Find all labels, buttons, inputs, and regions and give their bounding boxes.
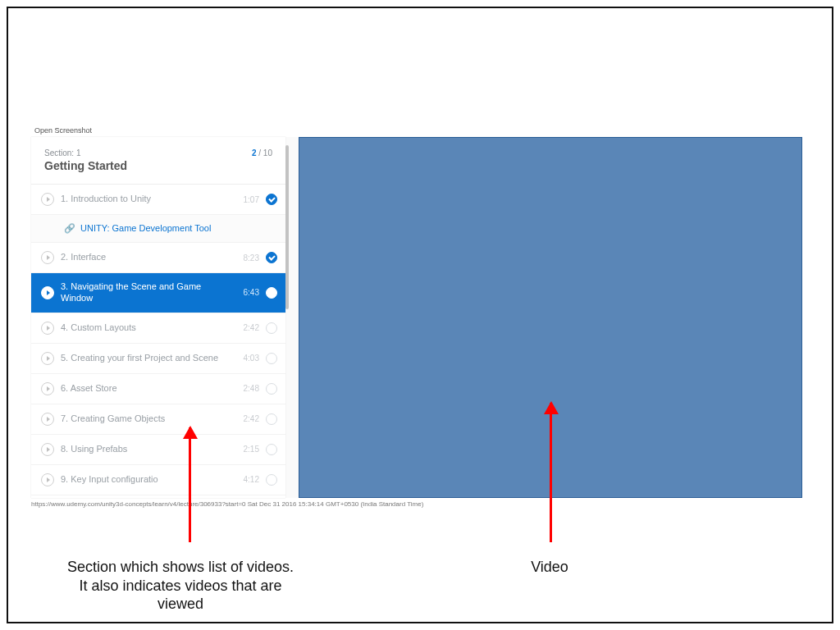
lesson-resource-link[interactable]: 🔗UNITY: Game Development Tool (31, 215, 285, 243)
page-frame: Open Screenshot Section: 1 2 / 10 Gettin… (7, 7, 833, 623)
screenshot-area: Section: 1 2 / 10 Getting Started 1. Int… (31, 137, 802, 498)
unviewed-status-icon (266, 322, 277, 334)
section-header: Section: 1 2 / 10 Getting Started (31, 137, 285, 185)
screenshot-title: Open Screenshot (34, 126, 92, 135)
lesson-item-2[interactable]: 2. Interface 8:23 (31, 243, 285, 273)
section-title: Getting Started (44, 159, 272, 172)
scrollbar[interactable] (285, 145, 289, 309)
annotation-arrow-right (550, 403, 552, 542)
footer-url: https://www.udemy.com/unity3d-concepts/l… (31, 500, 423, 508)
lesson-item-3-current[interactable]: 3. Navigating the Scene and Game Window … (31, 273, 285, 313)
lesson-duration: 1:07 (235, 195, 259, 204)
unviewed-status-icon (266, 474, 277, 486)
annotation-arrow-left (189, 427, 191, 542)
lesson-duration: 2:48 (235, 384, 259, 393)
current-status-icon (266, 287, 277, 299)
annotation-caption-left: Section which shows list of videos. It a… (66, 558, 295, 614)
unviewed-status-icon (266, 444, 277, 455)
play-icon (41, 286, 54, 299)
unviewed-status-icon (266, 353, 277, 364)
lesson-item-7[interactable]: 7. Creating Game Objects 2:42 (31, 404, 285, 435)
play-icon (41, 443, 54, 456)
course-sidebar: Section: 1 2 / 10 Getting Started 1. Int… (31, 137, 285, 498)
lesson-item-1[interactable]: 1. Introduction to Unity 1:07 (31, 185, 285, 215)
lesson-label: 4. Custom Layouts (61, 322, 228, 334)
lesson-duration: 2:42 (235, 323, 259, 332)
lesson-duration: 6:43 (235, 288, 259, 297)
lesson-duration: 4:03 (235, 354, 259, 363)
lesson-duration: 8:23 (235, 253, 259, 262)
annotation-caption-right: Video (468, 558, 632, 577)
lesson-label: 1. Introduction to Unity (61, 194, 228, 205)
lesson-duration: 2:15 (235, 445, 259, 454)
play-icon (41, 382, 54, 395)
lesson-item-6[interactable]: 6. Asset Store 2:48 (31, 374, 285, 404)
lesson-label: 8. Using Prefabs (61, 444, 228, 455)
play-icon (41, 251, 54, 264)
lesson-label: 5. Creating your first Project and Scene (61, 353, 228, 364)
viewed-check-icon (266, 194, 277, 205)
lesson-label: 6. Asset Store (61, 383, 228, 395)
unviewed-status-icon (266, 413, 277, 425)
play-icon (41, 322, 54, 335)
play-icon (41, 413, 54, 426)
lesson-label: 9. Key Input configuratio (61, 474, 228, 486)
lesson-duration: 4:12 (235, 475, 259, 484)
unviewed-status-icon (266, 383, 277, 395)
lesson-label: 3. Navigating the Scene and Game Window (61, 281, 228, 304)
link-icon: 🔗 (64, 223, 75, 233)
lesson-label: 2. Interface (61, 252, 228, 263)
section-progress: 2 / 10 (252, 148, 272, 158)
lesson-duration: 2:42 (235, 414, 259, 423)
lesson-item-4[interactable]: 4. Custom Layouts 2:42 (31, 313, 285, 344)
section-label: Section: 1 (44, 148, 80, 158)
play-icon (41, 352, 54, 365)
lesson-item-8[interactable]: 8. Using Prefabs 2:15 (31, 435, 285, 465)
lesson-item-9[interactable]: 9. Key Input configuratio 4:12 (31, 465, 285, 495)
lesson-label: 7. Creating Game Objects (61, 413, 228, 425)
play-icon (41, 193, 54, 206)
lesson-item-5[interactable]: 5. Creating your first Project and Scene… (31, 344, 285, 374)
play-icon (41, 473, 54, 486)
viewed-check-icon (266, 252, 277, 263)
